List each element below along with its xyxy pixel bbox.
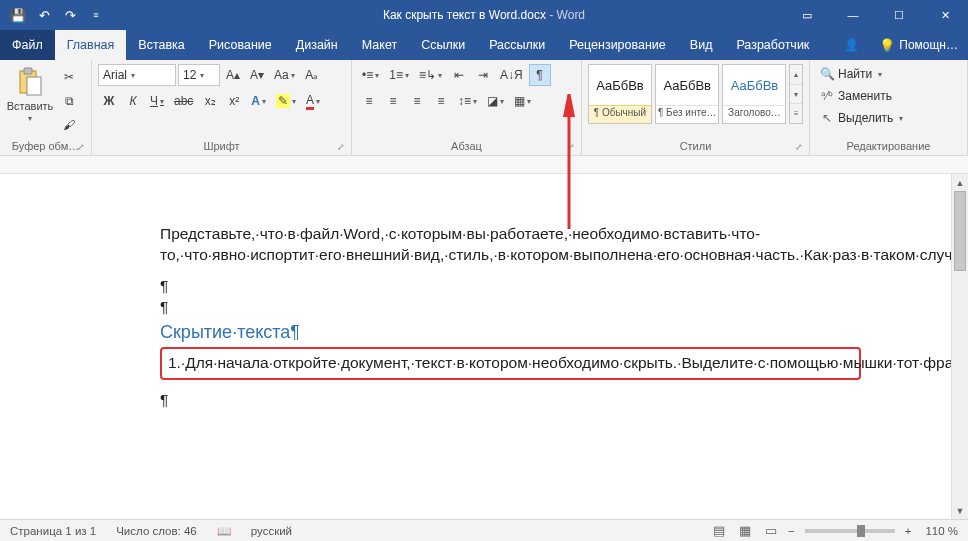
tab-file[interactable]: Файл — [0, 30, 55, 60]
sort-button[interactable]: А↓Я — [496, 64, 527, 86]
group-styles: АаБбВв ¶ Обычный АаБбВв ¶ Без инте… АаБб… — [582, 60, 810, 155]
tell-me-label: Помощн… — [899, 38, 958, 52]
font-launcher[interactable]: ⤢ — [337, 142, 345, 152]
zoom-level[interactable]: 110 % — [915, 520, 968, 541]
align-left-button[interactable]: ≡ — [358, 90, 380, 112]
scroll-down-icon[interactable]: ▼ — [952, 502, 968, 519]
scroll-thumb[interactable] — [954, 191, 966, 271]
undo-button[interactable]: ↶ — [32, 3, 56, 27]
tab-home[interactable]: Главная — [55, 30, 127, 60]
scroll-up-icon[interactable]: ▲ — [952, 174, 968, 191]
decrease-indent-button[interactable]: ⇤ — [448, 64, 470, 86]
style-normal[interactable]: АаБбВв ¶ Обычный — [588, 64, 652, 124]
group-font-label: Шрифт — [203, 140, 239, 152]
font-color-button[interactable]: A▾ — [302, 90, 324, 112]
format-painter-button[interactable]: 🖌 — [58, 114, 80, 136]
paste-icon — [14, 66, 46, 98]
view-read-mode[interactable]: ▤ — [706, 520, 732, 541]
replace-button[interactable]: ᵃ⁄ᵇЗаменить — [816, 86, 907, 106]
minimize-button[interactable]: — — [830, 0, 876, 30]
align-right-button[interactable]: ≡ — [406, 90, 428, 112]
strike-button[interactable]: abc — [170, 90, 197, 112]
select-button[interactable]: ↖Выделить▾ — [816, 108, 907, 128]
paragraph-launcher[interactable]: ⤢ — [567, 142, 575, 152]
bold-button[interactable]: Ж — [98, 90, 120, 112]
horizontal-ruler[interactable] — [0, 156, 968, 174]
shading-button[interactable]: ◪▾ — [483, 90, 508, 112]
close-button[interactable]: ✕ — [922, 0, 968, 30]
paragraph-2[interactable]: 1.·Для·начала·откройте·документ,·текст·в… — [168, 353, 853, 374]
italic-button[interactable]: К — [122, 90, 144, 112]
paste-button[interactable]: Вставить ▾ — [6, 64, 54, 123]
numbering-button[interactable]: 1≡▾ — [385, 64, 413, 86]
view-web-layout[interactable]: ▭ — [758, 520, 784, 541]
view-print-layout[interactable]: ▦ — [732, 520, 758, 541]
empty-paragraph[interactable]: ¶ — [160, 390, 861, 411]
copy-button[interactable]: ⧉ — [58, 90, 80, 112]
tab-view[interactable]: Вид — [678, 30, 725, 60]
tab-references[interactable]: Ссылки — [409, 30, 477, 60]
share-button[interactable]: 👤 — [834, 30, 869, 60]
styles-gallery-scroll[interactable]: ▴▾≡ — [789, 64, 803, 124]
subscript-button[interactable]: x₂ — [199, 90, 221, 112]
zoom-in-button[interactable]: + — [901, 525, 916, 537]
page-1[interactable]: Представьте,·что·в·файл·Word,·с·которым·… — [0, 174, 951, 421]
tell-me[interactable]: 💡Помощн… — [869, 30, 968, 60]
increase-indent-button[interactable]: ⇥ — [472, 64, 494, 86]
font-size-combo[interactable]: 12▾ — [178, 64, 220, 86]
font-name-combo[interactable]: Arial▾ — [98, 64, 176, 86]
styles-launcher[interactable]: ⤢ — [795, 142, 803, 152]
superscript-button[interactable]: x² — [223, 90, 245, 112]
zoom-slider-thumb[interactable] — [857, 525, 865, 537]
align-center-button[interactable]: ≡ — [382, 90, 404, 112]
tab-insert[interactable]: Вставка — [126, 30, 196, 60]
zoom-out-button[interactable]: − — [784, 525, 799, 537]
select-label: Выделить — [838, 111, 893, 125]
text-effects-button[interactable]: A▾ — [247, 90, 270, 112]
paragraph-1[interactable]: Представьте,·что·в·файл·Word,·с·которым·… — [160, 224, 861, 266]
empty-paragraph[interactable]: ¶ — [160, 297, 861, 318]
ribbon-options-button[interactable]: ▭ — [784, 0, 830, 30]
zoom-slider[interactable] — [805, 529, 895, 533]
group-paragraph-label: Абзац — [451, 140, 482, 152]
maximize-button[interactable]: ☐ — [876, 0, 922, 30]
cut-button[interactable]: ✂ — [58, 66, 80, 88]
status-spellcheck[interactable]: 📖 — [207, 520, 241, 541]
heading-hide-text[interactable]: Скрытие·текста¶ — [160, 322, 861, 343]
tab-draw[interactable]: Рисование — [197, 30, 284, 60]
show-marks-button[interactable]: ¶ — [529, 64, 551, 86]
status-word-count[interactable]: Число слов: 46 — [106, 520, 207, 541]
grow-font-button[interactable]: A▴ — [222, 64, 244, 86]
tab-layout[interactable]: Макет — [350, 30, 409, 60]
style-heading1[interactable]: АаБбВв Заголово… — [722, 64, 786, 124]
shrink-font-button[interactable]: A▾ — [246, 64, 268, 86]
window-controls: ▭ — ☐ ✕ — [784, 0, 968, 30]
tab-design[interactable]: Дизайн — [284, 30, 350, 60]
clipboard-launcher[interactable]: ⤢ — [77, 142, 85, 152]
cursor-icon: ↖ — [820, 111, 834, 125]
vertical-scrollbar[interactable]: ▲ ▼ — [951, 174, 968, 519]
borders-button[interactable]: ▦▾ — [510, 90, 535, 112]
style-preview: АаБбВв — [723, 65, 785, 105]
change-case-button[interactable]: Aa▾ — [270, 64, 299, 86]
style-no-spacing[interactable]: АаБбВв ¶ Без инте… — [655, 64, 720, 124]
tab-developer[interactable]: Разработчик — [724, 30, 821, 60]
group-clipboard: Вставить ▾ ✂ ⧉ 🖌 Буфер обм…⤢ — [0, 60, 92, 155]
tab-review[interactable]: Рецензирование — [557, 30, 678, 60]
find-button[interactable]: 🔍Найти▾ — [816, 64, 907, 84]
empty-paragraph[interactable]: ¶ — [160, 276, 861, 297]
justify-button[interactable]: ≡ — [430, 90, 452, 112]
underline-button[interactable]: Ч▾ — [146, 90, 168, 112]
status-language[interactable]: русский — [241, 520, 302, 541]
tab-mailings[interactable]: Рассылки — [477, 30, 557, 60]
line-spacing-button[interactable]: ↕≡▾ — [454, 90, 481, 112]
multilevel-button[interactable]: ≡↳▾ — [415, 64, 446, 86]
status-page[interactable]: Страница 1 из 1 — [0, 520, 106, 541]
save-button[interactable]: 💾 — [6, 3, 30, 27]
bullets-button[interactable]: •≡▾ — [358, 64, 383, 86]
highlight-button[interactable]: ✎▾ — [272, 90, 300, 112]
clear-format-button[interactable]: Aₐ — [301, 64, 323, 86]
qat-customize[interactable]: ≡ — [84, 3, 108, 27]
redo-button[interactable]: ↷ — [58, 3, 82, 27]
scissors-icon: ✂ — [64, 70, 74, 84]
